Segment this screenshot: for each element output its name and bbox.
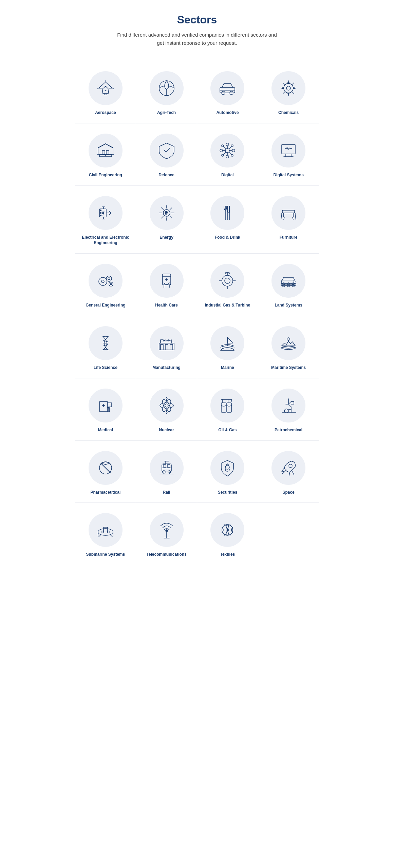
svg-point-21 <box>288 93 289 94</box>
svg-line-59 <box>161 208 163 210</box>
agri-tech-icon <box>150 71 184 105</box>
sector-cell-agri-tech[interactable]: Agri-Tech <box>136 61 197 123</box>
civil-engineering-icon <box>89 134 123 167</box>
sector-label-telecommunications: Telecommunications <box>146 552 186 557</box>
svg-line-141 <box>292 471 294 475</box>
svg-rect-103 <box>165 344 168 350</box>
svg-rect-71 <box>293 213 295 217</box>
sector-cell-submarine[interactable]: Submarine Systems <box>75 503 136 565</box>
sector-cell-health-care[interactable]: Health Care <box>136 254 197 316</box>
furniture-icon <box>271 196 305 230</box>
sector-cell-manufacturing[interactable]: Manufacturing <box>136 316 197 378</box>
chemicals-icon <box>271 71 305 105</box>
svg-line-68 <box>284 217 284 220</box>
sector-cell-automotive[interactable]: Automotive <box>197 61 258 123</box>
sector-cell-rail[interactable]: Rail <box>136 441 197 503</box>
maritime-systems-icon <box>271 326 305 360</box>
submarine-icon <box>89 513 123 547</box>
svg-rect-131 <box>163 465 166 467</box>
svg-point-42 <box>231 145 233 147</box>
svg-point-50 <box>100 210 101 211</box>
sector-label-space: Space <box>282 490 294 495</box>
sector-cell-furniture[interactable]: Furniture <box>258 186 319 254</box>
svg-point-75 <box>101 280 104 283</box>
sector-cell-telecommunications[interactable]: Telecommunications <box>136 503 197 565</box>
svg-line-17 <box>292 83 294 85</box>
svg-point-107 <box>287 338 290 340</box>
textiles-icon <box>210 513 244 547</box>
aerospace-icon <box>89 71 123 105</box>
sector-label-textiles: Textiles <box>220 552 235 557</box>
svg-point-51 <box>100 212 101 213</box>
sector-label-medical: Medical <box>98 427 113 433</box>
sector-cell-aerospace[interactable]: Aerospace <box>75 61 136 123</box>
sector-cell-digital-systems[interactable]: Digital Systems <box>258 123 319 186</box>
sector-cell-petrochemical[interactable]: Petrochemical <box>258 378 319 441</box>
sector-cell-energy[interactable]: Energy <box>136 186 197 254</box>
automotive-icon <box>210 71 244 105</box>
svg-line-69 <box>293 217 293 220</box>
sector-label-securities: Securities <box>218 490 237 495</box>
svg-line-60 <box>170 216 172 218</box>
sector-cell-maritime-systems[interactable]: Maritime Systems <box>258 316 319 378</box>
svg-line-73 <box>295 215 296 220</box>
sector-cell-pharmaceutical[interactable]: Pharmaceutical <box>75 441 136 503</box>
svg-line-149 <box>99 535 101 537</box>
sector-label-digital: Digital <box>221 172 234 178</box>
telecommunications-icon <box>150 513 184 547</box>
sector-cell-industrial-gas[interactable]: Industial Gas & Turbine <box>197 254 258 316</box>
digital-systems-icon <box>271 134 305 167</box>
svg-point-28 <box>225 149 229 153</box>
land-systems-icon <box>271 264 305 298</box>
sector-cell-food-drink[interactable]: Food & Drink <box>197 186 258 254</box>
sector-cell-general-engineering[interactable]: General Engineering <box>75 254 136 316</box>
svg-point-10 <box>286 86 290 90</box>
sector-cell-securities[interactable]: Securities <box>197 441 258 503</box>
svg-point-22 <box>282 87 284 89</box>
sector-cell-defence[interactable]: Defence <box>136 123 197 186</box>
sector-cell-civil-engineering[interactable]: Civil Engineering <box>75 123 136 186</box>
svg-point-44 <box>231 154 233 156</box>
svg-point-86 <box>222 275 233 286</box>
securities-icon <box>210 451 244 485</box>
page-title: Sectors <box>75 14 319 26</box>
sector-label-nuclear: Nuclear <box>159 427 174 433</box>
manufacturing-icon <box>150 326 184 360</box>
svg-rect-144 <box>104 527 108 532</box>
sector-cell-medical[interactable]: Medical <box>75 378 136 441</box>
svg-point-114 <box>165 404 168 407</box>
energy-icon <box>150 196 184 230</box>
sector-cell-textiles[interactable]: Textiles <box>197 503 258 565</box>
svg-point-19 <box>288 82 289 83</box>
svg-rect-70 <box>282 213 284 217</box>
sector-label-marine: Marine <box>221 365 234 371</box>
sector-cell-life-science[interactable]: Life Science <box>75 316 136 378</box>
sector-cell-electrical[interactable]: Electrical and Electronic Engineering <box>75 186 136 254</box>
svg-point-79 <box>110 283 112 285</box>
sector-cell-space[interactable]: Space <box>258 441 319 503</box>
sector-label-petrochemical: Petrochemical <box>275 427 302 433</box>
sector-label-digital-systems: Digital Systems <box>273 172 303 178</box>
svg-point-74 <box>99 277 107 285</box>
sector-label-life-science: Life Science <box>94 365 117 371</box>
svg-point-138 <box>225 465 229 469</box>
sector-cell-marine[interactable]: Marine <box>197 316 258 378</box>
svg-line-16 <box>292 92 294 94</box>
sector-label-defence: Defence <box>158 172 174 178</box>
svg-line-72 <box>281 215 282 220</box>
defence-icon <box>150 134 184 167</box>
svg-line-37 <box>224 147 226 149</box>
sector-cell-chemicals[interactable]: Chemicals <box>258 61 319 123</box>
sector-cell-oil-gas[interactable]: Oil & Gas <box>197 378 258 441</box>
svg-point-43 <box>222 154 224 156</box>
sector-cell-land-systems[interactable]: Land Systems <box>258 254 319 316</box>
medical-icon <box>89 389 123 422</box>
sector-label-food-drink: Food & Drink <box>215 235 240 240</box>
sector-label-energy: Energy <box>160 235 173 240</box>
sector-cell-digital[interactable]: Digital <box>197 123 258 186</box>
marine-icon <box>210 326 244 360</box>
sector-label-land-systems: Land Systems <box>275 302 302 308</box>
svg-point-152 <box>166 530 168 532</box>
sector-cell-nuclear[interactable]: Nuclear <box>136 378 197 441</box>
sector-label-chemicals: Chemicals <box>278 110 299 116</box>
